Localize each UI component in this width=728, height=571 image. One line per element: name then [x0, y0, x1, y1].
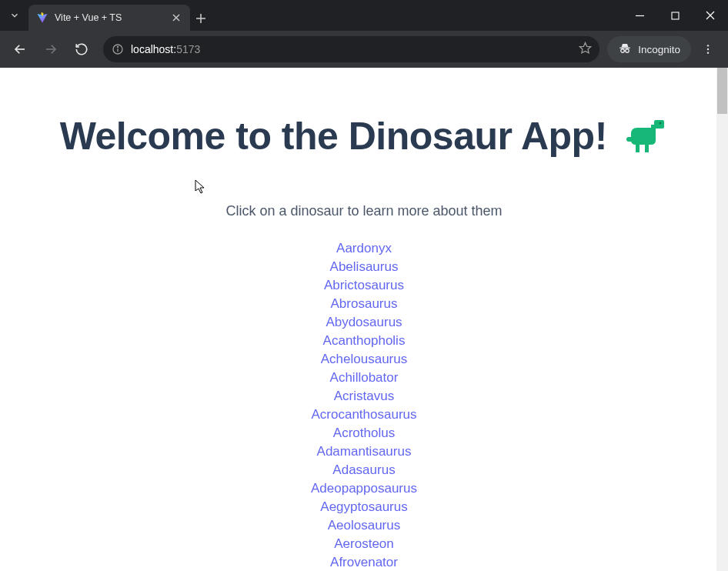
dinosaur-link[interactable]: Aegyptosaurus: [23, 499, 705, 515]
incognito-label: Incognito: [638, 44, 680, 55]
dinosaur-link[interactable]: Adamantisaurus: [23, 444, 705, 459]
svg-rect-24: [645, 143, 649, 152]
address-bar[interactable]: localhost:5173: [103, 36, 599, 62]
incognito-icon: [618, 42, 632, 58]
svg-marker-13: [580, 42, 591, 52]
forward-button[interactable]: [37, 35, 65, 63]
address-text: localhost:5173: [131, 43, 573, 55]
viewport: Welcome to the Dinosaur App! Click on a …: [0, 68, 728, 571]
maximize-button[interactable]: [657, 0, 693, 31]
titlebar-spacer: [212, 0, 622, 31]
tab-close-button[interactable]: [170, 12, 182, 24]
svg-point-20: [707, 52, 709, 53]
dinosaur-link[interactable]: Aeolosaurus: [23, 518, 705, 533]
svg-rect-23: [636, 143, 640, 152]
dinosaur-list: AardonyxAbelisaurusAbrictosaurusAbrosaur…: [23, 241, 705, 571]
dinosaur-link[interactable]: Aardonyx: [23, 241, 705, 256]
scrollbar-thumb[interactable]: [717, 68, 727, 114]
browser-tab[interactable]: Vite + Vue + TS: [28, 5, 190, 31]
reload-button[interactable]: [68, 35, 95, 63]
dinosaur-link[interactable]: Adeopapposaurus: [23, 481, 705, 496]
browser-toolbar: localhost:5173 Incognito: [0, 31, 728, 68]
browser-menu-button[interactable]: [694, 35, 722, 63]
svg-rect-5: [672, 12, 679, 19]
dinosaur-link[interactable]: Achillobator: [23, 370, 705, 386]
browser-titlebar: Vite + Vue + TS: [0, 0, 728, 31]
dinosaur-icon: [625, 117, 668, 163]
svg-point-14: [621, 48, 625, 52]
svg-rect-25: [626, 137, 634, 142]
window-controls: [622, 0, 728, 31]
bookmark-star-icon[interactable]: [579, 42, 592, 58]
page-content: Welcome to the Dinosaur App! Click on a …: [0, 68, 728, 571]
dinosaur-link[interactable]: Acrotholus: [23, 426, 705, 441]
svg-point-26: [660, 122, 662, 125]
svg-point-15: [626, 48, 629, 52]
dinosaur-link[interactable]: Adasaurus: [23, 462, 705, 478]
scrollbar-track[interactable]: [716, 68, 728, 571]
dinosaur-link[interactable]: Acanthopholis: [23, 333, 705, 349]
dinosaur-link[interactable]: Acrocanthosaurus: [23, 407, 705, 422]
close-window-button[interactable]: [693, 0, 728, 31]
dinosaur-link[interactable]: Acristavus: [23, 389, 705, 404]
svg-point-19: [707, 48, 709, 50]
dinosaur-link[interactable]: Abrosaurus: [23, 296, 705, 312]
dinosaur-link[interactable]: Abrictosaurus: [23, 278, 705, 293]
incognito-chip[interactable]: Incognito: [607, 36, 691, 62]
svg-point-18: [707, 45, 709, 46]
page-title: Welcome to the Dinosaur App!: [23, 114, 705, 163]
new-tab-button[interactable]: [190, 6, 212, 31]
minimize-button[interactable]: [622, 0, 657, 31]
svg-point-12: [117, 46, 118, 47]
dinosaur-link[interactable]: Afrovenator: [23, 555, 705, 570]
dinosaur-link[interactable]: Abydosaurus: [23, 315, 705, 330]
dinosaur-link[interactable]: Abelisaurus: [23, 259, 705, 275]
back-button[interactable]: [6, 35, 34, 63]
tab-title: Vite + Vue + TS: [55, 12, 164, 23]
site-info-icon[interactable]: [111, 42, 125, 56]
dinosaur-link[interactable]: Achelousaurus: [23, 352, 705, 367]
dinosaur-link[interactable]: Aerosteon: [23, 536, 705, 552]
page-subtitle: Click on a dinosaur to learn more about …: [23, 203, 705, 219]
vite-favicon-icon: [36, 12, 48, 24]
tabs-dropdown-button[interactable]: [0, 0, 28, 31]
